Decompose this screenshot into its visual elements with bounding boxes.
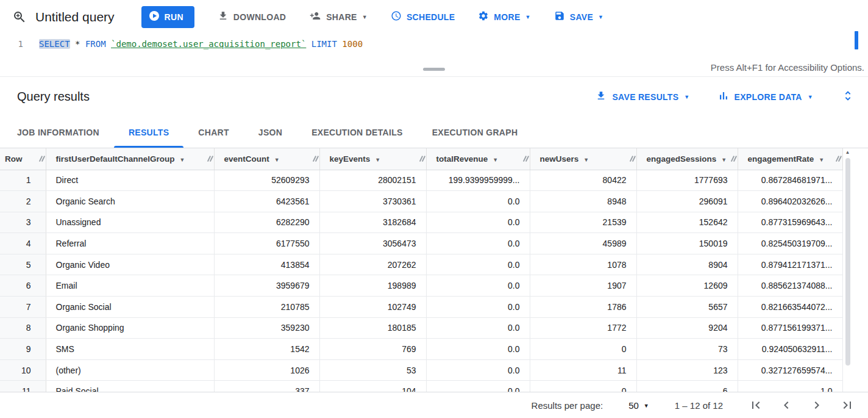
expand-results-button[interactable]	[841, 89, 855, 104]
column-header-firstuserdefaultchannelgroup[interactable]: firstUserDefaultChannelGroup▼	[46, 148, 214, 170]
results-table: RowfirstUserDefaultChannelGroup▼eventCou…	[0, 148, 843, 392]
row-number-cell: 9	[0, 339, 46, 360]
table-row[interactable]: 2Organic Search642356137303610.089482960…	[0, 191, 842, 212]
cell: 8948	[530, 191, 636, 212]
cell: 80422	[530, 170, 636, 191]
tab-json[interactable]: JSON	[244, 117, 297, 148]
query-results-header: Query results SAVE RESULTS ▼ EXPLORE DAT…	[0, 76, 868, 117]
column-header-engagementrate[interactable]: engagementRate▼	[738, 148, 842, 170]
column-resize-handle[interactable]	[208, 154, 213, 163]
sql-editor[interactable]: 1 SELECT * FROM `demo.demoset.user_acqui…	[0, 34, 868, 62]
more-button[interactable]: MORE ▼	[478, 10, 530, 23]
cell: 45989	[530, 233, 636, 254]
caret-down-icon: ▼	[362, 15, 368, 20]
share-button[interactable]: SHARE ▼	[309, 10, 368, 23]
sql-token: *	[70, 39, 85, 49]
cell: 0.879412171371...	[738, 254, 842, 275]
column-header-keyevents[interactable]: keyEvents▼	[319, 148, 426, 170]
cell: 207262	[319, 254, 426, 275]
table-row[interactable]: 9SMS15427690.00730.924050632911...	[0, 339, 842, 360]
sort-dropdown-icon[interactable]: ▼	[583, 157, 589, 163]
tab-job-information[interactable]: JOB INFORMATION	[2, 117, 114, 148]
scroll-up-icon[interactable]: ▲	[843, 148, 853, 157]
tab-execution-details[interactable]: EXECUTION DETAILS	[297, 117, 418, 148]
tab-chart[interactable]: CHART	[183, 117, 244, 148]
cell: 359230	[214, 317, 319, 339]
cell: 0.821663544072...	[738, 297, 842, 318]
next-page-button[interactable]	[809, 398, 824, 413]
column-header-row[interactable]: Row	[0, 148, 46, 170]
column-header-engagedsessions[interactable]: engagedSessions▼	[636, 148, 738, 170]
last-page-button[interactable]	[840, 398, 855, 413]
column-resize-handle[interactable]	[836, 154, 841, 163]
cell: 0.0	[426, 254, 530, 275]
cell: 1026	[214, 359, 319, 381]
cell: 0.0	[426, 381, 530, 392]
cell: 0.885621374088...	[738, 275, 842, 297]
sql-token: `demo.demoset.user_acquisition_report`	[111, 39, 306, 49]
column-resize-handle[interactable]	[731, 154, 736, 163]
column-resize-handle[interactable]	[524, 154, 528, 163]
table-row[interactable]: 5Organic Video4138542072620.0107889040.8…	[0, 254, 842, 275]
save-icon	[554, 10, 565, 23]
previous-page-button[interactable]	[779, 398, 794, 413]
sql-code[interactable]: SELECT * FROM `demo.demoset.user_acquisi…	[29, 38, 363, 62]
column-label: engagementRate	[748, 154, 814, 164]
sort-dropdown-icon[interactable]: ▼	[493, 157, 498, 163]
download-button[interactable]: DOWNLOAD	[218, 10, 286, 23]
page-size-select[interactable]: 50 ▼	[628, 400, 649, 411]
table-row[interactable]: 8Organic Shopping3592301801850.017729204…	[0, 317, 842, 339]
row-number-cell: 1	[0, 170, 46, 191]
sort-dropdown-icon[interactable]: ▼	[721, 157, 727, 163]
save-button[interactable]: SAVE ▼	[554, 10, 604, 23]
table-row[interactable]: 11Paid Social3371040.0061.0	[0, 381, 842, 392]
table-vertical-scrollbar[interactable]: ▲	[843, 148, 853, 392]
row-number-cell: 10	[0, 359, 46, 381]
scrollbar-thumb[interactable]	[845, 158, 850, 366]
column-resize-handle[interactable]	[630, 154, 635, 163]
save-results-button[interactable]: SAVE RESULTS ▼	[596, 90, 689, 103]
sort-dropdown-icon[interactable]: ▼	[180, 157, 185, 163]
cell: Organic Search	[46, 191, 214, 212]
column-resize-handle[interactable]	[313, 154, 318, 163]
cell: Organic Video	[46, 254, 214, 275]
editor-scrollbar[interactable]	[855, 31, 858, 49]
table-row[interactable]: 1Direct5260929328002151199.9399959999...…	[0, 170, 842, 191]
table-row[interactable]: 10(other)1026530.0111230.327127659574...	[0, 359, 842, 381]
cell: 6423561	[214, 191, 319, 212]
sql-token	[106, 39, 111, 49]
tab-execution-graph[interactable]: EXECUTION GRAPH	[418, 117, 533, 148]
table-row[interactable]: 4Referral617755030564730.0459891500190.8…	[0, 233, 842, 254]
table-row[interactable]: 3Unassigned628229031826840.0215391526420…	[0, 212, 842, 233]
schedule-button[interactable]: SCHEDULE	[391, 10, 455, 23]
download-label: DOWNLOAD	[233, 12, 286, 22]
first-page-button[interactable]	[749, 398, 763, 413]
cell: 0.0	[426, 233, 530, 254]
column-header-eventcount[interactable]: eventCount▼	[214, 148, 319, 170]
sql-token: 1000	[342, 39, 363, 49]
cell: 152642	[636, 212, 738, 233]
sort-dropdown-icon[interactable]: ▼	[819, 157, 824, 163]
column-resize-handle[interactable]	[420, 154, 425, 163]
chevron-right-icon	[809, 398, 824, 413]
cell: 1786	[530, 297, 636, 318]
explore-data-button[interactable]: EXPLORE DATA ▼	[718, 90, 813, 103]
page-range-label: 1 – 12 of 12	[675, 400, 723, 411]
cell: 1772	[530, 317, 636, 339]
sort-dropdown-icon[interactable]: ▼	[274, 157, 280, 163]
column-resize-handle[interactable]	[40, 154, 44, 163]
table-row[interactable]: 7Organic Social2107851027490.0178656570.…	[0, 297, 842, 318]
run-button[interactable]: RUN	[141, 6, 194, 28]
results-actions: SAVE RESULTS ▼ EXPLORE DATA ▼	[596, 89, 855, 104]
gear-icon	[478, 10, 489, 23]
sql-token: SELECT	[39, 39, 70, 49]
sort-dropdown-icon[interactable]: ▼	[375, 157, 380, 163]
column-header-totalrevenue[interactable]: totalRevenue▼	[426, 148, 530, 170]
cell: Referral	[46, 233, 214, 254]
divider-drag-handle[interactable]	[423, 68, 445, 71]
column-header-newusers[interactable]: newUsers▼	[530, 148, 636, 170]
sql-token: FROM	[85, 39, 106, 49]
tab-results[interactable]: RESULTS	[114, 117, 183, 148]
table-row[interactable]: 6Email39596791989890.01907126090.8856213…	[0, 275, 842, 297]
results-table-body: 1Direct5260929328002151199.9399959999...…	[0, 170, 842, 392]
